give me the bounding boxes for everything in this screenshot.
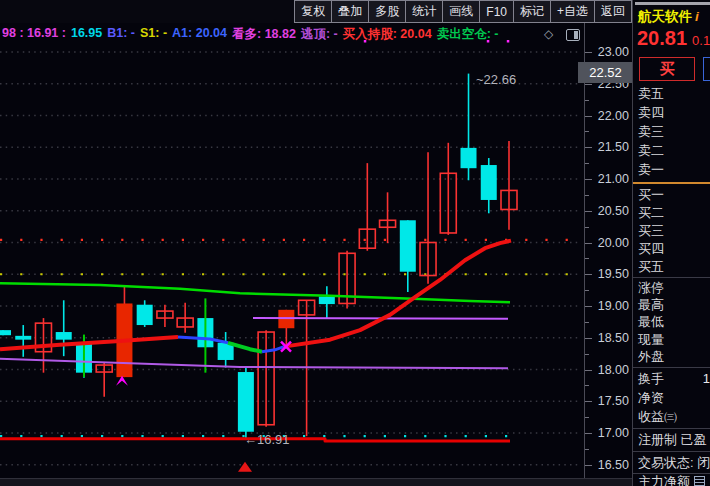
last-price: 20.81	[637, 27, 687, 49]
panel-row-卖五[interactable]: 卖五	[633, 84, 710, 103]
panel-toggle-fill	[574, 31, 578, 39]
sell-button[interactable]: 卖	[703, 57, 710, 81]
row-label: 换手	[638, 370, 664, 388]
triangle-marker	[238, 462, 252, 472]
axis-tick	[585, 100, 589, 101]
row-value: 1	[703, 371, 710, 386]
panel-row-买一[interactable]: 买一	[633, 186, 710, 204]
axis-tick	[585, 449, 589, 450]
indicator-token: 98 : 16.91 :	[2, 26, 66, 43]
panel-row-外盘[interactable]: 外盘	[633, 349, 710, 366]
panel-row-交易状态: 闭[interactable]: 交易状态: 闭	[633, 453, 710, 472]
axis-tick	[585, 338, 592, 339]
axis-label: 21.00	[587, 172, 629, 186]
panel-row-净资[interactable]: 净资	[633, 388, 710, 407]
panel-section-sell-queue: 卖五卖四卖三卖二卖一	[633, 84, 710, 180]
panel-row-现量[interactable]: 现量	[633, 331, 710, 348]
info-icon[interactable]: i	[695, 9, 699, 24]
panel-row-买二[interactable]: 买二	[633, 204, 710, 222]
low-annotation: ←16.91	[244, 432, 290, 447]
indicator-token: A1: 20.04	[172, 26, 227, 43]
current-price-tag: 22.52	[578, 62, 633, 83]
axis-label: 23.00	[587, 45, 629, 59]
axis-tick	[585, 163, 589, 164]
panel-row-卖二[interactable]: 卖二	[633, 142, 710, 161]
panel-row-卖三[interactable]: 卖三	[633, 122, 710, 141]
indicator-token: 逃顶: -	[301, 26, 338, 43]
candle-body	[137, 305, 153, 325]
panel-row-最高[interactable]: 最高	[633, 296, 710, 313]
diamond-icon[interactable]: ◇	[544, 27, 553, 41]
toolbar-button-5[interactable]: 画线	[442, 0, 480, 23]
axis-tick	[585, 227, 589, 228]
panel-row-主力净额[interactable]: 主力净额	[633, 475, 710, 486]
toolbar-button-3[interactable]: 多股	[368, 0, 406, 23]
axis-label: 17.50	[587, 394, 629, 408]
indicator-token: 看多: 18.82	[232, 26, 296, 43]
axis-tick	[585, 385, 589, 386]
axis-tick	[585, 52, 592, 53]
quote-panel: 航天软件i 20.810.1 买 卖 卖五卖四卖三卖二卖一买一买二买三买四买五涨…	[632, 0, 710, 486]
high-annotation: ~22.66	[476, 72, 516, 87]
panel-divider	[633, 428, 710, 429]
axis-tick	[585, 417, 589, 418]
axis-label: 19.00	[587, 299, 629, 313]
indicator-token: 16.95	[71, 26, 102, 43]
price-axis: 23.0022.5022.0021.5021.0020.5020.0019.50…	[584, 23, 633, 486]
panel-row-买四[interactable]: 买四	[633, 240, 710, 258]
panel-row-买三[interactable]: 买三	[633, 222, 710, 240]
toolbar-button-4[interactable]: 统计	[405, 0, 443, 23]
panel-row-收益㈢[interactable]: 收益㈢	[633, 408, 710, 427]
candle-body	[319, 296, 335, 304]
axis-tick	[585, 322, 589, 323]
indicator-bar: 98 : 16.91 :16.95B1: -S1: -A1: 20.04看多: …	[2, 26, 542, 43]
row-label: 买一	[638, 186, 664, 204]
row-label: 涨停	[638, 279, 664, 297]
axis-label: 20.50	[587, 204, 629, 218]
axis-tick	[585, 131, 589, 132]
panel-section-main-force: 主力净额	[633, 475, 710, 486]
axis-label: 18.00	[587, 363, 629, 377]
quote-rows: 卖五卖四卖三卖二卖一买一买二买三买四买五涨停最高最低现量外盘换手1净资收益㈢注册…	[633, 84, 710, 486]
candle-body	[400, 220, 416, 271]
toolbar-button-1[interactable]: 复权	[294, 0, 332, 23]
panel-row-卖四[interactable]: 卖四	[633, 103, 710, 122]
row-label: 主力净额	[638, 473, 690, 486]
indicator-token: 卖出空仓: -	[437, 26, 499, 43]
panel-section-registration: 注册制 已盈	[633, 430, 710, 450]
panel-toggle-icon[interactable]	[566, 29, 580, 41]
toolbar-button-2[interactable]: 叠加	[331, 0, 369, 23]
panel-row-最低[interactable]: 最低	[633, 314, 710, 331]
axis-label: 17.00	[587, 426, 629, 440]
axis-tick	[585, 179, 592, 180]
panel-row-买五[interactable]: 买五	[633, 258, 710, 276]
bottom-divider	[0, 478, 632, 486]
row-label: 卖三	[638, 123, 664, 141]
panel-row-卖一[interactable]: 卖一	[633, 161, 710, 180]
toolbar-button-8[interactable]: +自选	[550, 0, 595, 23]
panel-divider	[633, 182, 710, 184]
buy-button[interactable]: 买	[639, 57, 695, 81]
panel-divider	[633, 451, 710, 452]
axis-tick	[585, 306, 592, 307]
panel-row-注册制 已盈[interactable]: 注册制 已盈	[633, 430, 710, 450]
axis-label: 22.00	[587, 109, 629, 123]
price-change: 0.1	[692, 33, 710, 48]
panel-row-涨停[interactable]: 涨停	[633, 279, 710, 296]
row-label: 卖五	[638, 85, 664, 103]
row-label: 买五	[638, 258, 664, 276]
axis-tick	[585, 290, 589, 291]
panel-row-换手[interactable]: 换手1	[633, 369, 710, 388]
row-label: 交易状态: 闭	[638, 454, 710, 472]
panel-section-stats2: 换手1净资收益㈢	[633, 369, 710, 427]
toolbar-button-9[interactable]: 返回	[594, 0, 632, 23]
price-row: 20.810.1	[637, 27, 710, 50]
toolbar-button-7[interactable]: 标记	[513, 0, 551, 23]
axis-tick	[585, 147, 592, 148]
toolbar-button-6[interactable]: F10	[479, 0, 514, 23]
row-label: 注册制 已盈	[638, 431, 707, 449]
list-icon	[694, 476, 705, 486]
candle-body	[15, 336, 31, 340]
axis-tick	[585, 433, 592, 434]
row-label: 最低	[638, 313, 664, 331]
